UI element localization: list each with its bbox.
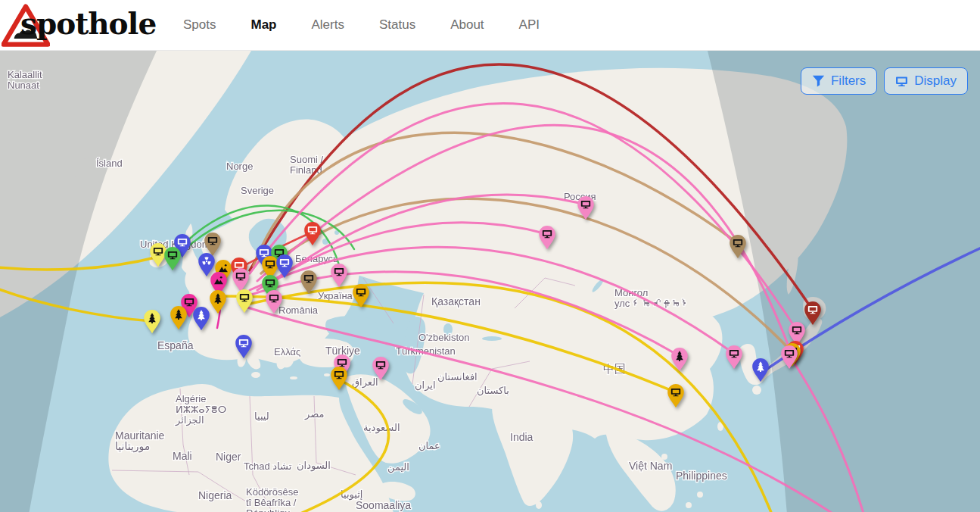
nav-about[interactable]: About: [450, 17, 484, 33]
map-canvas[interactable]: KalaallitNunaatÍslandNorgeSverigeSuomi /…: [0, 51, 980, 512]
map-label: افغانستان: [437, 371, 478, 382]
map-label: ايران: [415, 379, 436, 392]
map-marker-monitor[interactable]: [331, 367, 347, 390]
map-label: Philippines: [676, 470, 727, 482]
nav-map[interactable]: Map: [250, 17, 276, 33]
logo[interactable]: spothole: [0, 0, 159, 50]
map-label: Sverige: [241, 185, 274, 196]
map-marker-monitor[interactable]: [726, 345, 742, 369]
logo-text: spothole: [20, 6, 156, 41]
map-label: tî Bêafrîka /: [246, 497, 297, 508]
map-label: السعودية: [363, 422, 400, 434]
display-button[interactable]: Display: [884, 67, 968, 95]
map-label: Républiqu: [246, 507, 291, 512]
button-label: Display: [914, 73, 957, 89]
map-label: România: [278, 304, 319, 316]
header: spothole SpotsMapAlertsStatusAboutAPI: [0, 0, 980, 51]
map-label: Norge: [226, 161, 253, 172]
map-label: العراق: [352, 376, 378, 389]
map-label: Việt Nam: [629, 460, 672, 472]
map-label: España: [157, 339, 194, 351]
nav-alerts[interactable]: Alerts: [311, 17, 344, 33]
map-label: Қазақстан: [431, 295, 481, 308]
map-controls: FiltersDisplay: [801, 67, 968, 95]
map-label: O'zbekiston: [418, 332, 470, 343]
map-label: الجزائر: [175, 414, 204, 426]
map-label: Soomaaliya: [356, 499, 411, 511]
map-label: Algérie: [176, 393, 206, 404]
map-label: India: [510, 431, 534, 443]
map-label: Nigeria: [198, 489, 232, 501]
map-label: Ελλάς: [274, 346, 300, 357]
map-label: Suomi /: [290, 154, 323, 165]
filter-icon: [812, 75, 825, 88]
filters-button[interactable]: Filters: [801, 67, 877, 95]
map-label: باكستان: [477, 385, 509, 396]
map-marker-tree[interactable]: [170, 306, 187, 329]
main-nav: SpotsMapAlertsStatusAboutAPI: [183, 17, 540, 33]
nav-status[interactable]: Status: [379, 17, 415, 33]
map-label: Mali: [173, 450, 192, 462]
button-label: Filters: [831, 73, 866, 89]
map-label: اليمن: [387, 461, 409, 473]
map-label: Ködörösêse: [246, 486, 298, 498]
nav-api[interactable]: API: [519, 17, 540, 33]
display-icon: [895, 75, 908, 88]
map-label: ⵍⵣⵣⴰⵢⴻⵔ: [176, 404, 226, 415]
map-label: عمان: [418, 440, 440, 451]
map-label: موريتانيا: [115, 440, 150, 453]
map-marker-tree[interactable]: [144, 310, 160, 333]
map-label: ليبيا: [254, 411, 269, 422]
map-label: Ísland: [96, 158, 123, 169]
map-label: Kalaallit: [8, 69, 42, 80]
map-label: Niger: [216, 451, 241, 463]
map-label: السودان: [297, 460, 331, 472]
map-marker-monitor[interactable]: [164, 247, 181, 270]
map-label: مصر: [304, 408, 324, 420]
map-label: Nunaat: [8, 80, 39, 91]
world-map: KalaallitNunaatÍslandNorgeSverigeSuomi /…: [0, 51, 980, 512]
map-label: Tchad تشاد: [244, 460, 292, 472]
nav-spots[interactable]: Spots: [183, 17, 216, 33]
